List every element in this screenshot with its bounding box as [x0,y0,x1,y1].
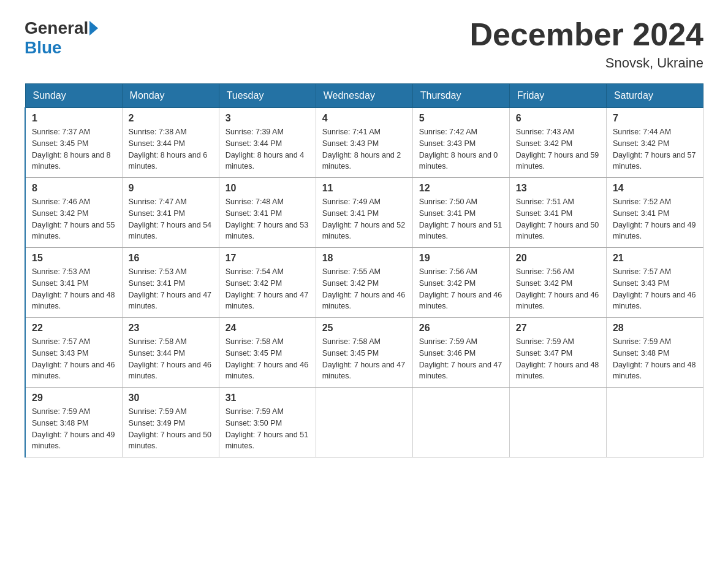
column-header-wednesday: Wednesday [316,84,412,108]
calendar-cell: 27 Sunrise: 7:59 AMSunset: 3:47 PMDaylig… [509,318,606,388]
day-number: 5 [419,113,503,124]
column-header-monday: Monday [122,84,219,108]
day-info: Sunrise: 7:39 AMSunset: 3:44 PMDaylight:… [226,128,305,170]
day-number: 29 [32,393,116,404]
day-info: Sunrise: 7:47 AMSunset: 3:41 PMDaylight:… [129,197,212,240]
calendar-cell: 5 Sunrise: 7:42 AMSunset: 3:43 PMDayligh… [412,108,509,178]
calendar-week-row: 29 Sunrise: 7:59 AMSunset: 3:48 PMDaylig… [25,388,703,458]
day-number: 11 [322,183,406,194]
calendar-cell: 26 Sunrise: 7:59 AMSunset: 3:46 PMDaylig… [412,318,509,388]
calendar-week-row: 22 Sunrise: 7:57 AMSunset: 3:43 PMDaylig… [25,318,703,388]
calendar-cell: 22 Sunrise: 7:57 AMSunset: 3:43 PMDaylig… [25,318,122,388]
column-header-thursday: Thursday [412,84,509,108]
calendar-header-row: SundayMondayTuesdayWednesdayThursdayFrid… [25,84,703,108]
day-number: 18 [322,253,406,264]
day-info: Sunrise: 7:48 AMSunset: 3:41 PMDaylight:… [226,197,309,240]
calendar-cell: 16 Sunrise: 7:53 AMSunset: 3:41 PMDaylig… [122,248,219,318]
day-info: Sunrise: 7:56 AMSunset: 3:42 PMDaylight:… [419,267,502,310]
calendar-cell: 29 Sunrise: 7:59 AMSunset: 3:48 PMDaylig… [25,388,122,458]
column-header-friday: Friday [509,84,606,108]
day-info: Sunrise: 7:53 AMSunset: 3:41 PMDaylight:… [32,267,115,310]
day-info: Sunrise: 7:58 AMSunset: 3:44 PMDaylight:… [129,337,212,380]
day-info: Sunrise: 7:58 AMSunset: 3:45 PMDaylight:… [322,337,406,380]
day-number: 7 [613,113,697,124]
calendar-week-row: 1 Sunrise: 7:37 AMSunset: 3:45 PMDayligh… [25,108,703,178]
logo-arrow-icon [89,21,98,36]
logo-general-text: General [25,18,88,38]
day-info: Sunrise: 7:41 AMSunset: 3:43 PMDaylight:… [322,128,401,170]
day-info: Sunrise: 7:51 AMSunset: 3:41 PMDaylight:… [516,197,599,240]
calendar-cell: 1 Sunrise: 7:37 AMSunset: 3:45 PMDayligh… [25,108,122,178]
day-info: Sunrise: 7:38 AMSunset: 3:44 PMDaylight:… [129,128,208,170]
day-info: Sunrise: 7:59 AMSunset: 3:48 PMDaylight:… [32,407,115,450]
page-header: General Blue December 2024 Snovsk, Ukrai… [25,18,703,71]
calendar-cell: 8 Sunrise: 7:46 AMSunset: 3:42 PMDayligh… [25,178,122,248]
day-info: Sunrise: 7:53 AMSunset: 3:41 PMDaylight:… [129,267,212,310]
day-info: Sunrise: 7:55 AMSunset: 3:42 PMDaylight:… [322,267,406,310]
day-number: 13 [516,183,600,194]
calendar-cell [509,388,606,458]
day-info: Sunrise: 7:57 AMSunset: 3:43 PMDaylight:… [613,267,696,310]
day-info: Sunrise: 7:42 AMSunset: 3:43 PMDaylight:… [419,128,498,170]
calendar-cell: 7 Sunrise: 7:44 AMSunset: 3:42 PMDayligh… [606,108,703,178]
location: Snovsk, Ukraine [469,55,703,71]
month-title: December 2024 [469,18,703,50]
day-number: 12 [419,183,503,194]
day-info: Sunrise: 7:59 AMSunset: 3:48 PMDaylight:… [613,337,696,380]
calendar-cell: 23 Sunrise: 7:58 AMSunset: 3:44 PMDaylig… [122,318,219,388]
calendar-cell [412,388,509,458]
day-number: 14 [613,183,697,194]
title-section: December 2024 Snovsk, Ukraine [469,18,703,71]
day-number: 31 [226,393,309,404]
day-number: 2 [129,113,213,124]
day-number: 21 [613,253,697,264]
day-number: 19 [419,253,503,264]
day-info: Sunrise: 7:58 AMSunset: 3:45 PMDaylight:… [226,337,309,380]
logo-blue-text: Blue [25,38,62,58]
day-info: Sunrise: 7:52 AMSunset: 3:41 PMDaylight:… [613,197,696,240]
day-number: 22 [32,323,116,334]
calendar-cell: 21 Sunrise: 7:57 AMSunset: 3:43 PMDaylig… [606,248,703,318]
calendar-cell: 4 Sunrise: 7:41 AMSunset: 3:43 PMDayligh… [316,108,412,178]
day-info: Sunrise: 7:37 AMSunset: 3:45 PMDaylight:… [32,128,111,170]
calendar-cell [316,388,412,458]
calendar-cell: 31 Sunrise: 7:59 AMSunset: 3:50 PMDaylig… [219,388,316,458]
day-number: 17 [226,253,309,264]
calendar-cell: 6 Sunrise: 7:43 AMSunset: 3:42 PMDayligh… [509,108,606,178]
day-info: Sunrise: 7:56 AMSunset: 3:42 PMDaylight:… [516,267,599,310]
calendar-cell: 24 Sunrise: 7:58 AMSunset: 3:45 PMDaylig… [219,318,316,388]
day-number: 3 [226,113,309,124]
day-info: Sunrise: 7:44 AMSunset: 3:42 PMDaylight:… [613,128,696,170]
calendar-cell: 30 Sunrise: 7:59 AMSunset: 3:49 PMDaylig… [122,388,219,458]
calendar-cell: 18 Sunrise: 7:55 AMSunset: 3:42 PMDaylig… [316,248,412,318]
day-number: 10 [226,183,309,194]
day-info: Sunrise: 7:49 AMSunset: 3:41 PMDaylight:… [322,197,406,240]
day-info: Sunrise: 7:50 AMSunset: 3:41 PMDaylight:… [419,197,502,240]
day-number: 28 [613,323,697,334]
calendar-cell: 28 Sunrise: 7:59 AMSunset: 3:48 PMDaylig… [606,318,703,388]
calendar-cell: 3 Sunrise: 7:39 AMSunset: 3:44 PMDayligh… [219,108,316,178]
day-info: Sunrise: 7:59 AMSunset: 3:50 PMDaylight:… [226,407,309,450]
calendar-cell: 15 Sunrise: 7:53 AMSunset: 3:41 PMDaylig… [25,248,122,318]
day-info: Sunrise: 7:43 AMSunset: 3:42 PMDaylight:… [516,128,599,170]
calendar-cell [606,388,703,458]
day-number: 26 [419,323,503,334]
calendar-cell: 2 Sunrise: 7:38 AMSunset: 3:44 PMDayligh… [122,108,219,178]
day-number: 9 [129,183,213,194]
day-number: 20 [516,253,600,264]
day-number: 30 [129,393,213,404]
day-number: 8 [32,183,116,194]
calendar-week-row: 15 Sunrise: 7:53 AMSunset: 3:41 PMDaylig… [25,248,703,318]
calendar-cell: 20 Sunrise: 7:56 AMSunset: 3:42 PMDaylig… [509,248,606,318]
calendar-cell: 17 Sunrise: 7:54 AMSunset: 3:42 PMDaylig… [219,248,316,318]
day-info: Sunrise: 7:57 AMSunset: 3:43 PMDaylight:… [32,337,115,380]
column-header-saturday: Saturday [606,84,703,108]
calendar-cell: 11 Sunrise: 7:49 AMSunset: 3:41 PMDaylig… [316,178,412,248]
calendar-cell: 13 Sunrise: 7:51 AMSunset: 3:41 PMDaylig… [509,178,606,248]
day-number: 16 [129,253,213,264]
calendar-table: SundayMondayTuesdayWednesdayThursdayFrid… [25,83,703,458]
calendar-cell: 12 Sunrise: 7:50 AMSunset: 3:41 PMDaylig… [412,178,509,248]
day-number: 4 [322,113,406,124]
calendar-cell: 25 Sunrise: 7:58 AMSunset: 3:45 PMDaylig… [316,318,412,388]
day-info: Sunrise: 7:59 AMSunset: 3:49 PMDaylight:… [129,407,212,450]
